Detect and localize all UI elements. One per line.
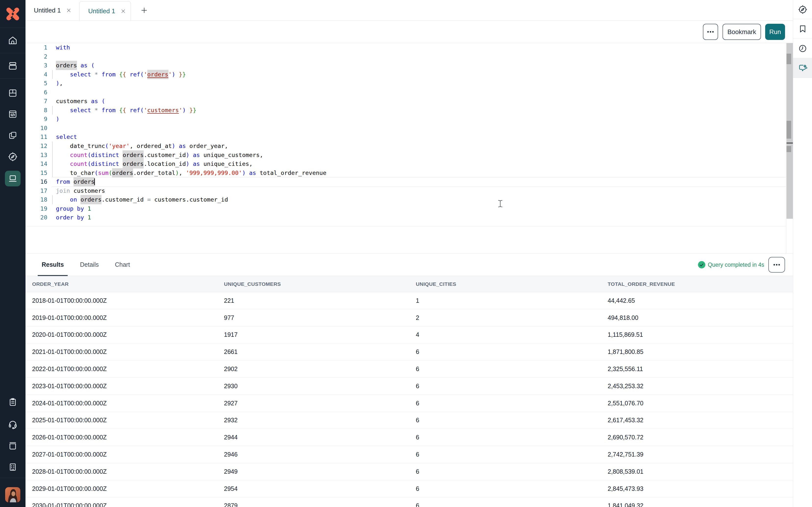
new-tab-button[interactable]	[140, 0, 148, 20]
notebook-icon	[8, 441, 18, 451]
code-line-5[interactable]: 5),	[26, 79, 786, 88]
tab-untitled-1[interactable]: Untitled 1	[26, 0, 77, 20]
close-tab-icon[interactable]	[66, 8, 71, 13]
code-line-10[interactable]: 10	[26, 124, 786, 133]
line-number[interactable]: 14	[26, 160, 52, 169]
code-token	[56, 196, 70, 203]
sidebar-item-home[interactable]	[0, 28, 26, 53]
code-line-14[interactable]: 14 count(distinct orders.location_id) as…	[26, 160, 786, 169]
code-token: =	[147, 196, 151, 203]
right-item-explore[interactable]	[793, 0, 812, 19]
sidebar-item-docs[interactable]	[5, 438, 20, 454]
line-number[interactable]: 1	[26, 43, 52, 52]
table-cell: 2021-01-01T00:00:00.000Z	[26, 348, 217, 355]
more-options-button[interactable]	[703, 24, 718, 40]
line-number[interactable]: 7	[26, 97, 52, 106]
code-line-3[interactable]: 3orders as (	[26, 61, 786, 70]
table-cell: 2024-01-01T00:00:00.000Z	[26, 400, 217, 407]
line-number[interactable]: 11	[26, 132, 52, 142]
code-line-17[interactable]: 17join customers	[26, 186, 786, 195]
line-number[interactable]: 3	[26, 61, 52, 70]
table-cell: 2,690,570.72	[601, 434, 793, 441]
run-button[interactable]: Run	[765, 24, 785, 40]
check-circle-icon	[698, 261, 705, 269]
bookmark-button[interactable]: Bookmark	[722, 24, 761, 40]
line-number[interactable]: 16	[26, 177, 52, 186]
line-number[interactable]: 12	[26, 142, 52, 151]
code-token: as	[193, 152, 200, 159]
results-tab-chart[interactable]: Chart	[111, 253, 134, 276]
code-token	[186, 107, 189, 114]
close-tab-icon[interactable]	[120, 9, 126, 14]
right-item-bookmarks[interactable]	[793, 19, 812, 39]
building-icon	[8, 462, 18, 472]
code-line-7[interactable]: 7customers as (	[26, 97, 786, 106]
code-line-9[interactable]: 9)	[26, 115, 786, 124]
sidebar-item-discover[interactable]	[5, 149, 20, 165]
sidebar-item-tasks[interactable]	[5, 394, 20, 410]
code-line-15[interactable]: 15 to_char(sum(orders.order_total), '999…	[26, 169, 786, 178]
code-line-8[interactable]: 8 select * from {{ ref('customers') }}	[26, 106, 786, 115]
line-number[interactable]: 18	[26, 195, 52, 204]
editor-scrollbar[interactable]	[786, 43, 793, 253]
code-token: count	[70, 160, 88, 167]
sidebar-item-apps[interactable]	[5, 85, 20, 101]
line-number[interactable]: 6	[26, 88, 52, 97]
line-number[interactable]: 8	[26, 106, 52, 115]
table-cell: 4	[409, 331, 601, 338]
line-number[interactable]: 20	[26, 213, 52, 222]
code-token: '	[144, 107, 147, 114]
right-item-history[interactable]	[793, 39, 812, 58]
compass-icon	[7, 151, 18, 162]
code-line-18[interactable]: 18 on orders.customer_id = customers.cus…	[26, 195, 786, 204]
results-table-body: 2018-01-01T00:00:00.000Z221144,442.65201…	[26, 292, 793, 507]
sidebar-item-terminal-active[interactable]	[5, 171, 20, 186]
tab-untitled-1-active[interactable]: Untitled 1	[79, 1, 131, 20]
code-line-19[interactable]: 19group by 1	[26, 204, 786, 213]
code-token: )	[186, 160, 189, 167]
sidebar-item-organization[interactable]	[5, 459, 20, 475]
code-line-11[interactable]: 11select	[26, 132, 786, 142]
results-tab-bar: ResultsDetailsChart	[26, 253, 793, 276]
code-line-13[interactable]: 13 count(distinct orders.customer_id) as…	[26, 151, 786, 160]
laptop-icon	[7, 173, 18, 184]
code-line-1[interactable]: 1with	[26, 43, 786, 52]
code-window-icon	[8, 109, 18, 119]
code-line-2[interactable]: 2	[26, 52, 786, 61]
line-number[interactable]: 5	[26, 79, 52, 88]
line-number[interactable]: 10	[26, 124, 52, 133]
line-number[interactable]: 4	[26, 70, 52, 79]
table-cell: 2,845,473.93	[601, 485, 793, 492]
sidebar-item-storage[interactable]	[0, 53, 26, 78]
sidebar-item-code-editor[interactable]	[5, 106, 20, 122]
right-item-ai-assistant[interactable]	[793, 58, 812, 78]
results-more-button[interactable]	[768, 257, 785, 273]
line-number[interactable]: 2	[26, 52, 52, 61]
code-line-12[interactable]: 12 date_trunc('year', ordered_at) as ord…	[26, 142, 786, 151]
sidebar-item-support[interactable]	[5, 416, 20, 432]
code-line-20[interactable]: 20order by 1	[26, 213, 786, 222]
code-line-6[interactable]: 6	[26, 88, 786, 97]
code-token: as	[193, 160, 200, 167]
code-token	[84, 205, 88, 212]
table-row: 2029-01-01T00:00:00.000Z295462,845,473.9…	[26, 480, 793, 498]
text-cursor-pointer	[498, 200, 503, 208]
user-avatar[interactable]	[5, 487, 20, 502]
results-tab-results[interactable]: Results	[38, 253, 68, 276]
table-cell: 6	[409, 434, 601, 441]
line-number[interactable]: 15	[26, 169, 52, 178]
line-number[interactable]: 19	[26, 204, 52, 213]
code-token	[116, 71, 119, 78]
app-logo[interactable]	[0, 0, 26, 28]
results-tab-details[interactable]: Details	[76, 253, 102, 276]
sql-code-editor[interactable]: 1with23orders as (4 select * from {{ ref…	[26, 43, 786, 226]
code-token: '999,999,999.00'	[186, 169, 242, 176]
history-clock-icon	[798, 44, 808, 53]
table-row: 2018-01-01T00:00:00.000Z221144,442.65	[26, 292, 793, 309]
code-line-16[interactable]: 16from orders	[26, 177, 786, 186]
line-number[interactable]: 17	[26, 186, 52, 195]
line-number[interactable]: 9	[26, 115, 52, 124]
code-line-4[interactable]: 4 select * from {{ ref('orders') }}	[26, 70, 786, 79]
line-number[interactable]: 13	[26, 151, 52, 160]
sidebar-item-windows[interactable]	[5, 128, 20, 143]
